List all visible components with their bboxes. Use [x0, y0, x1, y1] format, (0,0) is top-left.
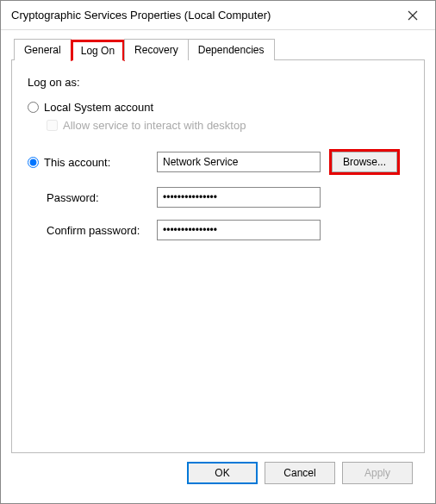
confirm-password-input[interactable]	[157, 220, 321, 240]
radio-local-system-row: Local System account	[28, 101, 408, 114]
tab-panel-logon: Log on as: Local System account Allow se…	[11, 59, 425, 453]
radio-this-account[interactable]	[28, 157, 39, 168]
dialog-window: Cryptographic Services Properties (Local…	[0, 0, 436, 504]
radio-this-account-label: This account:	[44, 156, 110, 169]
ok-button[interactable]: OK	[187, 462, 258, 484]
tab-strip: General Log On Recovery Dependencies	[14, 39, 425, 60]
radio-local-system-label: Local System account	[44, 101, 153, 114]
radio-this-account-row: This account: Browse...	[28, 149, 408, 175]
close-icon[interactable]	[396, 3, 430, 28]
checkbox-allow-interact-label: Allow service to interact with desktop	[63, 119, 246, 132]
confirm-password-row: Confirm password:	[28, 220, 408, 240]
titlebar: Cryptographic Services Properties (Local…	[1, 1, 435, 30]
radio-local-system[interactable]	[28, 102, 39, 113]
content-area: General Log On Recovery Dependencies Log…	[1, 30, 435, 503]
password-input[interactable]	[157, 187, 321, 208]
password-label: Password:	[28, 191, 157, 204]
account-input[interactable]	[157, 152, 321, 172]
password-row: Password:	[28, 187, 408, 208]
browse-button[interactable]: Browse...	[332, 152, 397, 172]
window-title: Cryptographic Services Properties (Local…	[11, 9, 396, 22]
dialog-footer: OK Cancel Apply	[11, 453, 425, 496]
cancel-button[interactable]: Cancel	[265, 462, 335, 484]
tab-dependencies[interactable]: Dependencies	[188, 39, 275, 60]
tab-logon[interactable]: Log On	[71, 40, 125, 61]
confirm-password-label: Confirm password:	[28, 224, 157, 237]
apply-button[interactable]: Apply	[342, 462, 413, 484]
tab-general[interactable]: General	[14, 39, 72, 60]
checkbox-allow-interact-row: Allow service to interact with desktop	[47, 119, 408, 132]
logon-as-label: Log on as:	[28, 76, 408, 89]
tab-recovery[interactable]: Recovery	[124, 39, 189, 60]
browse-highlight: Browse...	[329, 149, 400, 175]
checkbox-allow-interact	[47, 120, 58, 131]
